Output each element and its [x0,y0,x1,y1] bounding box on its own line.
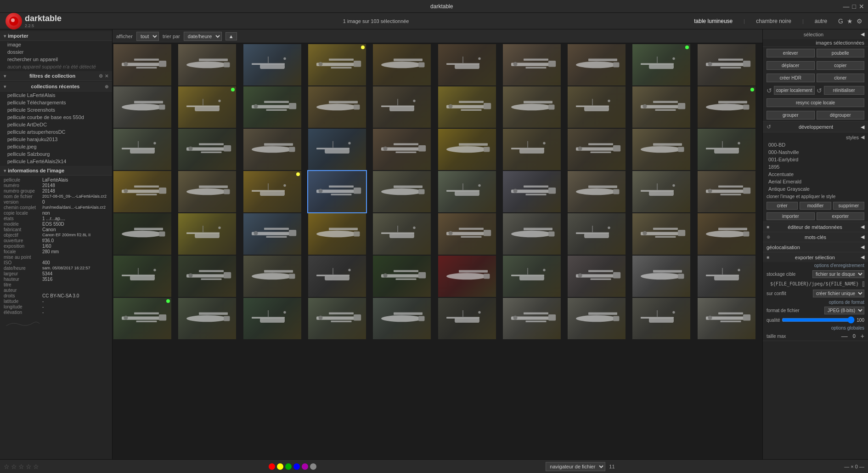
thumb-35[interactable] [373,171,431,212]
collections-plus-icon[interactable]: ⊕ [105,84,108,89]
thumb-23[interactable] [243,129,301,170]
star-3[interactable]: ☆ [18,463,24,470]
qualite-slider[interactable] [782,316,855,324]
thumb-5[interactable] [373,44,431,85]
thumb-61[interactable] [113,298,171,339]
thumb-22[interactable] [178,129,236,170]
thumb-52[interactable] [178,256,236,297]
thumb-3[interactable] [243,44,301,85]
color-yellow[interactable] [277,463,283,470]
thumb-1[interactable] [113,44,171,85]
thumb-21[interactable] [113,129,171,170]
exporter-style-button[interactable]: exporter [817,212,865,220]
poubelle-button[interactable]: poubelle [817,49,865,57]
sur-conflit-select[interactable]: créer fichier unique [813,290,864,297]
sidebar-item-col-6[interactable]: pellicule harajuku2013 [0,136,112,143]
thumb-30[interactable] [698,129,755,170]
color-blue[interactable] [293,463,300,470]
sidebar-item-image[interactable]: image [0,41,112,48]
geolocalisation-arrow[interactable]: ◀ [861,244,864,250]
style-accentuate[interactable]: Accentuate [763,171,868,178]
maximize-button[interactable]: □ [852,3,856,10]
thumb-40[interactable] [698,171,755,212]
format-fichier-select[interactable]: JPEG (8-bits) [824,307,864,314]
filtres-gear-icon[interactable]: ⚙ [99,74,103,79]
thumb-51[interactable] [113,256,171,297]
thumb-18[interactable] [568,86,626,128]
cloner-button[interactable]: cloner [817,74,865,82]
star-4[interactable]: ☆ [26,463,32,470]
thumb-19[interactable] [632,86,690,128]
trier-select[interactable]: date/heure [184,32,222,41]
sidebar-item-col-2[interactable]: pellicule Screenshots [0,106,112,114]
thumb-41[interactable] [113,213,171,255]
star-2[interactable]: ☆ [11,463,17,470]
thumb-46[interactable] [438,213,496,255]
sidebar-item-col-0[interactable]: pellicule LaFertéAlais [0,91,112,99]
geolocalisation-header[interactable]: géolocalisation ◀ [763,242,868,252]
sidebar-item-col-5[interactable]: pellicule artsuperherosDC [0,128,112,136]
thumb-64[interactable] [308,298,366,339]
thumb-26[interactable] [438,129,496,170]
thumb-27[interactable] [503,129,561,170]
thumb-43[interactable] [243,213,301,255]
creer-style-button[interactable]: créer [767,202,798,210]
importer-style-button[interactable]: importer [767,212,815,220]
copier-button[interactable]: copier [817,61,865,70]
thumb-55[interactable] [373,256,431,297]
thumb-17[interactable] [503,86,561,128]
thumb-20[interactable] [698,86,755,128]
style-aerial[interactable]: Aerial Emerald [763,178,868,185]
sidebar-item-col-8[interactable]: pellicule Salzbourg [0,150,112,158]
thumb-58[interactable] [568,256,626,297]
sidebar-item-col-1[interactable]: pellicule Téléchargements [0,99,112,106]
gear-icon[interactable]: ⚙ [857,17,862,25]
sort-direction-button[interactable]: ▲ [225,32,237,40]
thumb-29[interactable] [632,129,690,170]
nav-chambre-noire[interactable]: chambre noire [752,16,795,26]
thumb-16[interactable] [438,86,496,128]
thumb-59[interactable] [632,256,690,297]
thumb-32[interactable] [178,171,236,212]
thumb-45[interactable] [373,213,431,255]
thumb-70[interactable] [698,298,755,339]
options-globales-label[interactable]: options globales [763,325,868,331]
grouper-button[interactable]: grouper [767,111,815,120]
filtres-x-icon[interactable]: ✕ [105,74,108,79]
thumb-34[interactable] [308,171,366,212]
close-button[interactable]: ✕ [859,3,864,10]
options-enregistrement-label[interactable]: options d'enregistrement [763,262,868,269]
navigator-select[interactable]: navigateur de fichier [546,462,605,471]
thumb-25[interactable] [373,129,431,170]
thumb-48[interactable] [568,213,626,255]
refresh-icon[interactable]: ↺ [767,87,772,94]
sidebar-item-col-3[interactable]: pellicule courbe de base eos 550d [0,114,112,121]
color-grey[interactable] [310,463,316,470]
mots-cles-header[interactable]: ⊕ mots-clés ◀ [763,232,868,242]
selection-arrow[interactable]: ◀ [861,31,864,37]
star-icon[interactable]: ★ [847,17,853,25]
sidebar-header-importer[interactable]: importer [0,31,112,41]
supprimer-style-button[interactable]: supprimer [833,202,864,210]
thumb-44[interactable] [308,213,366,255]
thumb-14[interactable] [308,86,366,128]
sidebar-item-col-7[interactable]: pellicule.jpeg [0,143,112,150]
export-path[interactable]: ${FILE_FOLDER}/jpeg/${FILE_NAME} [767,280,862,287]
thumb-63[interactable] [243,298,301,339]
thumb-56[interactable] [438,256,496,297]
thumb-12[interactable] [178,86,236,128]
nav-autre[interactable]: autre [811,16,831,26]
metadonnees-header[interactable]: ■ éditeur de métadonnées ◀ [763,222,868,232]
style-1895[interactable]: 1895 [763,163,868,171]
developpement-header[interactable]: ↺ développement ◀ [763,122,868,132]
thumb-31[interactable] [113,171,171,212]
thumb-15[interactable] [373,86,431,128]
degrouper-button[interactable]: dégrouper [817,111,865,120]
thumb-33[interactable] [243,171,301,212]
thumb-2[interactable] [178,44,236,85]
taille-plus-btn[interactable]: + [861,332,864,340]
star-1[interactable]: ☆ [4,463,10,470]
sidebar-header-collections[interactable]: collections récentes ⊕ [0,82,112,91]
deplacer-button[interactable]: déplacer [767,61,815,70]
metadonnees-arrow[interactable]: ◀ [861,224,864,230]
